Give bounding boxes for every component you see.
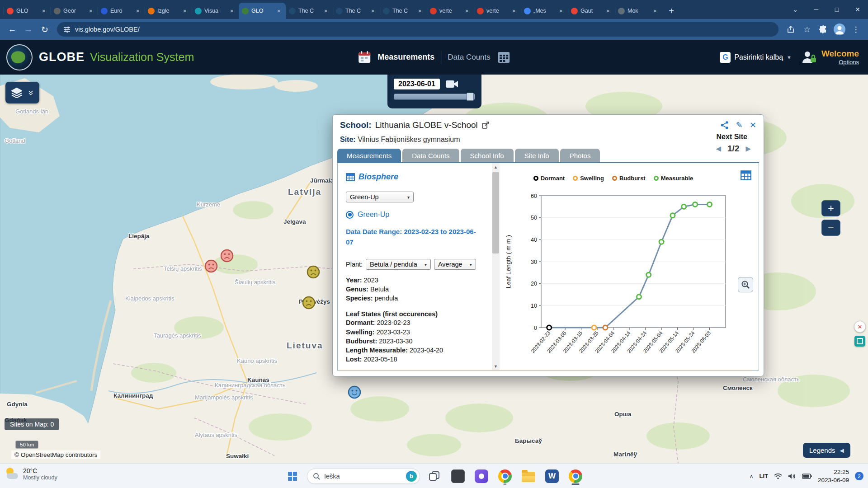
browser-tab[interactable]: The C✕ <box>380 3 427 19</box>
next-site-arrow-icon[interactable]: ▶ <box>745 145 751 153</box>
chart-table-toggle[interactable] <box>741 170 751 182</box>
browser-tab[interactable]: Izgle✕ <box>145 3 192 19</box>
site-marker[interactable] <box>349 386 360 398</box>
zoom-out-button[interactable]: − <box>821 220 840 236</box>
address-bar[interactable]: vis.globe.gov/GLOBE/ <box>57 22 778 37</box>
map-layers-control[interactable]: » <box>5 82 39 103</box>
tab-close-icon[interactable]: ✕ <box>557 7 565 14</box>
plant-select[interactable]: Betula / pendula▾ <box>366 259 431 270</box>
back-button[interactable]: ← <box>5 22 20 37</box>
browser-tab[interactable]: The C✕ <box>286 3 333 19</box>
volume-icon[interactable] <box>788 473 796 479</box>
tab-close-icon[interactable]: ✕ <box>604 7 612 14</box>
profile-avatar[interactable] <box>832 22 847 37</box>
panel-tab-measurements[interactable]: Measurements <box>337 149 401 162</box>
panel-tab-site-info[interactable]: Site Info <box>515 149 559 162</box>
site-marker[interactable] <box>307 266 319 278</box>
tab-close-icon[interactable]: ✕ <box>416 7 424 14</box>
tab-close-icon[interactable]: ✕ <box>275 7 283 14</box>
time-slider[interactable] <box>394 94 475 100</box>
chrome-active-taskbar-icon[interactable] <box>566 467 585 485</box>
extensions-puzzle-icon[interactable] <box>816 22 831 37</box>
hidden-icons-chevron[interactable]: ∧ <box>750 473 754 479</box>
panel-scrollbar[interactable]: ▲ ▼ <box>492 163 500 370</box>
scrollbar-thumb[interactable] <box>492 172 499 253</box>
browser-menu-kebab-icon[interactable]: ⋮ <box>848 22 863 37</box>
collapse-chevron-icon[interactable]: » <box>26 90 37 95</box>
share-icon[interactable] <box>720 121 729 130</box>
tab-close-icon[interactable]: ✕ <box>134 7 142 14</box>
taskbar-search[interactable]: Ieška b <box>307 469 420 484</box>
browser-tab[interactable]: The C✕ <box>333 3 380 19</box>
word-taskbar-icon[interactable]: W <box>543 467 561 485</box>
maximize-button[interactable]: □ <box>826 0 847 19</box>
wifi-icon[interactable] <box>774 473 782 479</box>
site-marker[interactable] <box>303 297 315 309</box>
prev-site-arrow-icon[interactable]: ◀ <box>716 145 721 153</box>
taskbar-clock[interactable]: 22:25 2023-06-09 <box>818 468 849 484</box>
minimize-button[interactable]: ─ <box>806 0 826 19</box>
data-counts-calendar-icon[interactable] <box>497 51 510 64</box>
tab-close-icon[interactable]: ✕ <box>510 7 518 14</box>
bookmark-star-icon[interactable]: ☆ <box>799 22 815 37</box>
options-link[interactable]: Options <box>821 59 859 66</box>
aggregate-select[interactable]: Average▾ <box>434 259 476 270</box>
clipchamp-icon[interactable] <box>472 467 491 485</box>
date-display[interactable]: 2023-06-01 <box>394 79 440 89</box>
panel-tab-school-info[interactable]: School Info <box>461 149 514 162</box>
panel-tab-data-counts[interactable]: Data Counts <box>402 149 459 162</box>
browser-tab[interactable]: GLO✕ <box>4 3 51 19</box>
browser-tab[interactable]: Visua✕ <box>192 3 239 19</box>
tab-close-icon[interactable]: ✕ <box>87 7 94 14</box>
video-camera-icon[interactable] <box>445 79 459 89</box>
legend-item[interactable]: Budburst <box>612 175 646 182</box>
tab-close-icon[interactable]: ✕ <box>322 7 330 14</box>
share-icon[interactable] <box>783 22 798 37</box>
scroll-up-icon[interactable]: ▲ <box>492 163 500 171</box>
browser-tab[interactable]: „Mes✕ <box>521 3 568 19</box>
browser-tab[interactable]: GLO✕ <box>239 3 286 19</box>
tab-close-icon[interactable]: ✕ <box>228 7 236 14</box>
panel-close-icon[interactable]: ✕ <box>750 120 756 130</box>
tab-close-icon[interactable]: ✕ <box>651 7 659 14</box>
layers-icon[interactable] <box>11 87 23 98</box>
tab-close-icon[interactable]: ✕ <box>369 7 377 14</box>
tab-close-icon[interactable]: ✕ <box>40 7 47 14</box>
chart-zoom-button[interactable] <box>738 277 753 292</box>
browser-tab[interactable]: Gaut✕ <box>568 3 615 19</box>
panel-tab-photos[interactable]: Photos <box>560 149 600 162</box>
task-view-button[interactable] <box>425 467 443 485</box>
tab-close-icon[interactable]: ✕ <box>181 7 189 14</box>
reload-button[interactable]: ↻ <box>37 22 52 37</box>
file-explorer-icon[interactable] <box>519 467 538 485</box>
start-button[interactable] <box>283 467 302 485</box>
time-slider-handle[interactable] <box>467 93 474 101</box>
browser-tab[interactable]: Mok✕ <box>615 3 662 19</box>
legend-item[interactable]: Dormant <box>533 175 565 182</box>
forward-button[interactable]: → <box>21 22 36 37</box>
legend-item[interactable]: Measurable <box>654 175 693 182</box>
calendar-icon[interactable] <box>358 51 371 64</box>
zoom-in-button[interactable]: + <box>821 200 840 216</box>
notification-badge[interactable]: 2 <box>855 472 863 480</box>
nav-measurements[interactable]: Measurements <box>377 52 434 62</box>
input-language[interactable]: LIT <box>759 473 768 479</box>
globe-logo[interactable] <box>6 44 33 70</box>
protocol-select[interactable]: Green-Up ▾ <box>346 192 414 202</box>
extension-button[interactable] <box>854 336 865 347</box>
site-marker[interactable] <box>205 260 217 272</box>
app-dark-icon[interactable] <box>449 467 467 485</box>
new-tab-button[interactable]: + <box>665 4 678 18</box>
browser-tab[interactable]: Geor✕ <box>51 3 98 19</box>
external-link-icon[interactable] <box>481 121 490 129</box>
extension-close-button[interactable]: ✕ <box>854 321 866 333</box>
browser-tab[interactable]: Euro✕ <box>98 3 145 19</box>
taskbar-weather[interactable]: 20°C Mostly cloudy <box>5 467 57 481</box>
site-marker[interactable] <box>221 250 233 262</box>
tab-close-icon[interactable]: ✕ <box>463 7 471 14</box>
legends-button[interactable]: Legends ◀ <box>803 443 850 458</box>
site-settings-icon[interactable] <box>63 26 71 33</box>
language-selector[interactable]: G Pasirinkti kalbą ▼ <box>720 52 792 63</box>
tab-search-chevron-icon[interactable]: ⌄ <box>785 0 806 19</box>
nav-data-counts[interactable]: Data Counts <box>448 53 491 62</box>
